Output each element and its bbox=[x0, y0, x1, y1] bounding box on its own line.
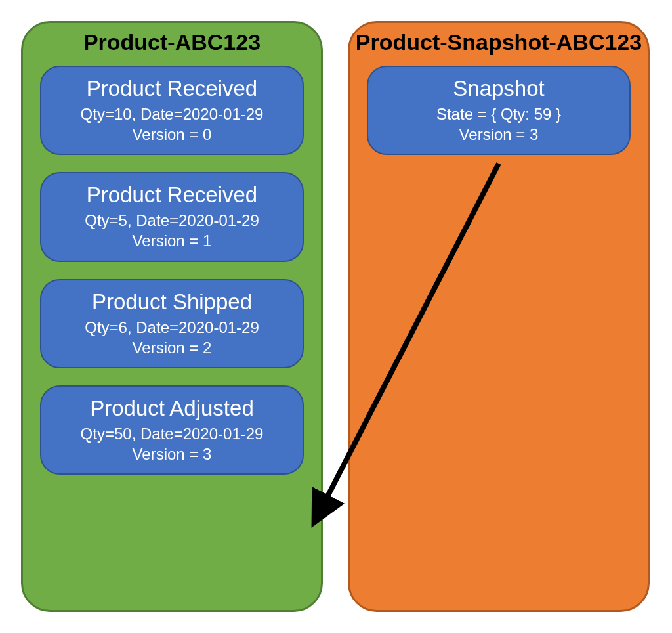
snapshot-card: Snapshot State = { Qty: 59 } Version = 3 bbox=[367, 66, 631, 155]
event-title: Product Received bbox=[47, 76, 297, 101]
event-version: 0 bbox=[203, 125, 211, 143]
version-prefix: Version = bbox=[133, 232, 203, 250]
event-version-line: Version = 3 bbox=[47, 444, 297, 464]
qty-prefix: Qty= bbox=[81, 105, 114, 123]
event-version-line: Version = 1 bbox=[47, 230, 297, 251]
event-card: Product Received Qty=5, Date=2020-01-29 … bbox=[40, 172, 304, 261]
version-prefix: Version = bbox=[133, 125, 203, 143]
event-detail-line: Qty=5, Date=2020-01-29 bbox=[47, 210, 297, 230]
event-version-line: Version = 0 bbox=[47, 124, 297, 144]
event-detail-line: Qty=50, Date=2020-01-29 bbox=[47, 424, 297, 444]
event-date: 2020-01-29 bbox=[183, 425, 264, 443]
snapshot-state-line: State = { Qty: 59 } bbox=[373, 104, 624, 124]
event-version: 3 bbox=[203, 445, 211, 463]
qty-prefix: Qty= bbox=[81, 425, 114, 443]
date-prefix: , Date= bbox=[132, 105, 183, 123]
version-prefix: Version = bbox=[459, 125, 530, 143]
event-qty: 5 bbox=[119, 211, 127, 229]
event-version-line: Version = 2 bbox=[47, 338, 297, 358]
snapshot-version: 3 bbox=[530, 125, 538, 143]
event-date: 2020-01-29 bbox=[183, 105, 264, 123]
qty-prefix: Qty= bbox=[85, 318, 118, 336]
event-title: Product Shipped bbox=[47, 290, 297, 315]
event-date: 2020-01-29 bbox=[178, 318, 259, 336]
event-qty: 10 bbox=[114, 105, 132, 123]
event-detail-line: Qty=6, Date=2020-01-29 bbox=[47, 317, 297, 338]
snapshot-container-title: Product-Snapshot-ABC123 bbox=[350, 30, 648, 55]
version-prefix: Version = bbox=[133, 339, 203, 357]
event-card: Product Received Qty=10, Date=2020-01-29… bbox=[40, 66, 304, 155]
event-detail-line: Qty=10, Date=2020-01-29 bbox=[47, 104, 297, 124]
snapshot-version-line: Version = 3 bbox=[373, 124, 624, 144]
product-snapshot-container: Product-Snapshot-ABC123 Snapshot State =… bbox=[348, 21, 650, 612]
event-date: 2020-01-29 bbox=[178, 211, 259, 229]
event-card: Product Adjusted Qty=50, Date=2020-01-29… bbox=[40, 385, 304, 475]
event-title: Product Adjusted bbox=[47, 396, 297, 421]
event-card: Product Shipped Qty=6, Date=2020-01-29 V… bbox=[40, 279, 304, 368]
event-title: Product Received bbox=[47, 183, 297, 207]
version-prefix: Version = bbox=[133, 445, 203, 463]
snapshot-title: Snapshot bbox=[373, 76, 624, 101]
event-qty: 50 bbox=[114, 425, 132, 443]
date-prefix: , Date= bbox=[127, 318, 178, 336]
qty-prefix: Qty= bbox=[85, 211, 118, 229]
date-prefix: , Date= bbox=[132, 425, 183, 443]
event-version: 2 bbox=[203, 339, 211, 357]
product-event-stream-container: Product-ABC123 Product Received Qty=10, … bbox=[21, 21, 323, 612]
event-version: 1 bbox=[203, 232, 211, 250]
date-prefix: , Date= bbox=[127, 211, 178, 229]
event-qty: 6 bbox=[119, 318, 127, 336]
product-stream-title: Product-ABC123 bbox=[23, 30, 321, 55]
